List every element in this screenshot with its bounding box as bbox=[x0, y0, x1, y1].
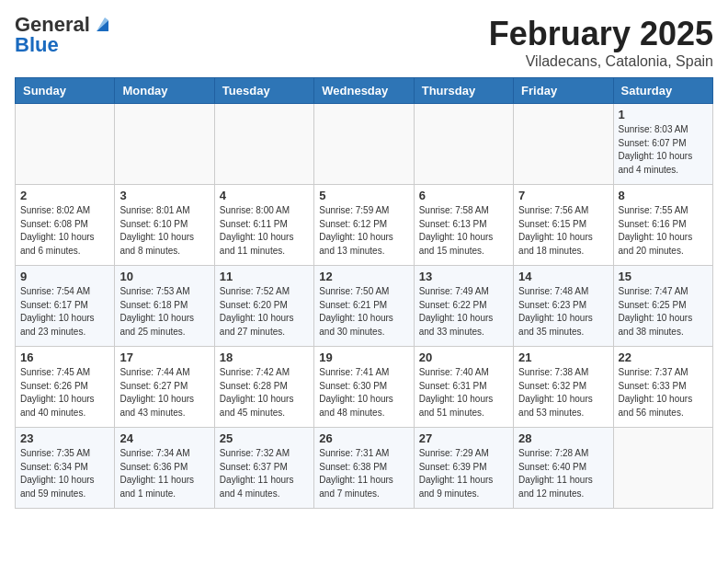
day-info: Sunrise: 7:40 AM Sunset: 6:31 PM Dayligh… bbox=[419, 366, 508, 419]
weekday-header: Sunday bbox=[16, 78, 115, 104]
day-info: Sunrise: 8:00 AM Sunset: 6:11 PM Dayligh… bbox=[220, 204, 309, 258]
calendar-day-cell bbox=[214, 104, 313, 185]
calendar-day-cell: 10Sunrise: 7:53 AM Sunset: 6:18 PM Dayli… bbox=[115, 266, 214, 347]
calendar-day-cell: 22Sunrise: 7:37 AM Sunset: 6:33 PM Dayli… bbox=[613, 347, 712, 428]
day-info: Sunrise: 7:49 AM Sunset: 6:22 PM Dayligh… bbox=[419, 285, 508, 339]
calendar-day-cell: 28Sunrise: 7:28 AM Sunset: 6:40 PM Dayli… bbox=[514, 428, 613, 509]
weekday-header: Saturday bbox=[613, 78, 712, 104]
day-number: 25 bbox=[220, 431, 309, 445]
calendar-day-cell: 15Sunrise: 7:47 AM Sunset: 6:25 PM Dayli… bbox=[613, 266, 712, 347]
calendar-week-row: 23Sunrise: 7:35 AM Sunset: 6:34 PM Dayli… bbox=[16, 428, 713, 509]
calendar-day-cell bbox=[16, 104, 115, 185]
day-info: Sunrise: 7:31 AM Sunset: 6:38 PM Dayligh… bbox=[319, 447, 408, 500]
calendar-day-cell: 19Sunrise: 7:41 AM Sunset: 6:30 PM Dayli… bbox=[314, 347, 414, 428]
calendar-day-cell bbox=[514, 104, 613, 185]
logo-icon bbox=[92, 15, 108, 31]
calendar-day-cell: 23Sunrise: 7:35 AM Sunset: 6:34 PM Dayli… bbox=[16, 428, 115, 509]
day-info: Sunrise: 7:37 AM Sunset: 6:33 PM Dayligh… bbox=[619, 366, 708, 419]
day-info: Sunrise: 8:03 AM Sunset: 6:07 PM Dayligh… bbox=[619, 123, 708, 177]
calendar-week-row: 16Sunrise: 7:45 AM Sunset: 6:26 PM Dayli… bbox=[16, 347, 713, 428]
day-info: Sunrise: 7:44 AM Sunset: 6:27 PM Dayligh… bbox=[119, 366, 209, 419]
day-number: 4 bbox=[220, 189, 309, 202]
calendar-day-cell: 14Sunrise: 7:48 AM Sunset: 6:23 PM Dayli… bbox=[514, 266, 613, 347]
calendar-day-cell: 3Sunrise: 8:01 AM Sunset: 6:10 PM Daylig… bbox=[115, 185, 214, 266]
calendar-day-cell bbox=[314, 104, 414, 185]
page-header: General Blue February 2025 Viladecans, C… bbox=[15, 15, 713, 70]
day-info: Sunrise: 7:34 AM Sunset: 6:36 PM Dayligh… bbox=[119, 447, 209, 500]
day-number: 16 bbox=[20, 350, 109, 364]
day-number: 15 bbox=[619, 270, 708, 283]
weekday-header: Friday bbox=[514, 78, 613, 104]
calendar-day-cell: 26Sunrise: 7:31 AM Sunset: 6:38 PM Dayli… bbox=[314, 428, 414, 509]
day-info: Sunrise: 7:54 AM Sunset: 6:17 PM Dayligh… bbox=[20, 285, 109, 339]
day-number: 9 bbox=[20, 270, 109, 283]
calendar-day-cell: 27Sunrise: 7:29 AM Sunset: 6:39 PM Dayli… bbox=[414, 428, 513, 509]
calendar-title: February 2025 bbox=[489, 15, 713, 53]
day-number: 5 bbox=[319, 189, 408, 202]
day-info: Sunrise: 7:59 AM Sunset: 6:12 PM Dayligh… bbox=[319, 204, 408, 258]
day-info: Sunrise: 7:35 AM Sunset: 6:34 PM Dayligh… bbox=[20, 447, 109, 500]
calendar-day-cell: 9Sunrise: 7:54 AM Sunset: 6:17 PM Daylig… bbox=[16, 266, 115, 347]
day-number: 23 bbox=[20, 431, 109, 445]
day-number: 28 bbox=[518, 431, 608, 445]
day-info: Sunrise: 7:50 AM Sunset: 6:21 PM Dayligh… bbox=[319, 285, 408, 339]
day-number: 19 bbox=[319, 350, 408, 364]
day-number: 17 bbox=[119, 350, 209, 364]
day-info: Sunrise: 7:45 AM Sunset: 6:26 PM Dayligh… bbox=[20, 366, 109, 419]
logo: General Blue bbox=[15, 15, 108, 55]
day-info: Sunrise: 7:53 AM Sunset: 6:18 PM Dayligh… bbox=[119, 285, 209, 339]
calendar-day-cell: 25Sunrise: 7:32 AM Sunset: 6:37 PM Dayli… bbox=[214, 428, 313, 509]
calendar-day-cell: 4Sunrise: 8:00 AM Sunset: 6:11 PM Daylig… bbox=[214, 185, 313, 266]
day-info: Sunrise: 8:01 AM Sunset: 6:10 PM Dayligh… bbox=[119, 204, 209, 258]
weekday-header: Tuesday bbox=[214, 78, 313, 104]
day-number: 10 bbox=[119, 270, 209, 283]
title-block: February 2025 Viladecans, Catalonia, Spa… bbox=[489, 15, 713, 70]
day-info: Sunrise: 7:56 AM Sunset: 6:15 PM Dayligh… bbox=[518, 204, 608, 258]
day-number: 22 bbox=[619, 350, 708, 364]
day-number: 24 bbox=[119, 431, 209, 445]
calendar-day-cell: 5Sunrise: 7:59 AM Sunset: 6:12 PM Daylig… bbox=[314, 185, 414, 266]
calendar-day-cell: 7Sunrise: 7:56 AM Sunset: 6:15 PM Daylig… bbox=[514, 185, 613, 266]
day-info: Sunrise: 7:32 AM Sunset: 6:37 PM Dayligh… bbox=[220, 447, 309, 500]
logo-blue: Blue bbox=[15, 35, 59, 55]
day-number: 7 bbox=[518, 189, 608, 202]
calendar-week-row: 9Sunrise: 7:54 AM Sunset: 6:17 PM Daylig… bbox=[16, 266, 713, 347]
day-number: 20 bbox=[419, 350, 508, 364]
calendar-day-cell bbox=[115, 104, 214, 185]
day-info: Sunrise: 7:38 AM Sunset: 6:32 PM Dayligh… bbox=[518, 366, 608, 419]
day-number: 13 bbox=[419, 270, 508, 283]
calendar-week-row: 1Sunrise: 8:03 AM Sunset: 6:07 PM Daylig… bbox=[16, 104, 713, 185]
day-info: Sunrise: 7:55 AM Sunset: 6:16 PM Dayligh… bbox=[619, 204, 708, 258]
day-number: 21 bbox=[518, 350, 608, 364]
calendar-day-cell: 6Sunrise: 7:58 AM Sunset: 6:13 PM Daylig… bbox=[414, 185, 513, 266]
day-number: 18 bbox=[220, 350, 309, 364]
day-number: 14 bbox=[518, 270, 608, 283]
day-info: Sunrise: 7:48 AM Sunset: 6:23 PM Dayligh… bbox=[518, 285, 608, 339]
day-info: Sunrise: 7:47 AM Sunset: 6:25 PM Dayligh… bbox=[619, 285, 708, 339]
calendar-day-cell: 24Sunrise: 7:34 AM Sunset: 6:36 PM Dayli… bbox=[115, 428, 214, 509]
day-number: 12 bbox=[319, 270, 408, 283]
calendar-week-row: 2Sunrise: 8:02 AM Sunset: 6:08 PM Daylig… bbox=[16, 185, 713, 266]
calendar-day-cell: 18Sunrise: 7:42 AM Sunset: 6:28 PM Dayli… bbox=[214, 347, 313, 428]
day-number: 11 bbox=[220, 270, 309, 283]
calendar-day-cell: 8Sunrise: 7:55 AM Sunset: 6:16 PM Daylig… bbox=[613, 185, 712, 266]
day-info: Sunrise: 7:52 AM Sunset: 6:20 PM Dayligh… bbox=[220, 285, 309, 339]
day-number: 3 bbox=[119, 189, 209, 202]
day-number: 2 bbox=[20, 189, 109, 202]
day-number: 6 bbox=[419, 189, 508, 202]
calendar-day-cell bbox=[613, 428, 712, 509]
calendar-day-cell: 16Sunrise: 7:45 AM Sunset: 6:26 PM Dayli… bbox=[16, 347, 115, 428]
weekday-header: Thursday bbox=[414, 78, 513, 104]
day-info: Sunrise: 7:42 AM Sunset: 6:28 PM Dayligh… bbox=[220, 366, 309, 419]
calendar-day-cell: 20Sunrise: 7:40 AM Sunset: 6:31 PM Dayli… bbox=[414, 347, 513, 428]
logo-general: General bbox=[15, 15, 90, 35]
weekday-header: Wednesday bbox=[314, 78, 414, 104]
calendar-day-cell: 21Sunrise: 7:38 AM Sunset: 6:32 PM Dayli… bbox=[514, 347, 613, 428]
calendar-day-cell: 2Sunrise: 8:02 AM Sunset: 6:08 PM Daylig… bbox=[16, 185, 115, 266]
calendar-day-cell: 1Sunrise: 8:03 AM Sunset: 6:07 PM Daylig… bbox=[613, 104, 712, 185]
weekday-header: Monday bbox=[115, 78, 214, 104]
calendar-table: SundayMondayTuesdayWednesdayThursdayFrid… bbox=[15, 77, 713, 509]
day-number: 27 bbox=[419, 431, 508, 445]
day-info: Sunrise: 7:41 AM Sunset: 6:30 PM Dayligh… bbox=[319, 366, 408, 419]
day-info: Sunrise: 8:02 AM Sunset: 6:08 PM Dayligh… bbox=[20, 204, 109, 258]
